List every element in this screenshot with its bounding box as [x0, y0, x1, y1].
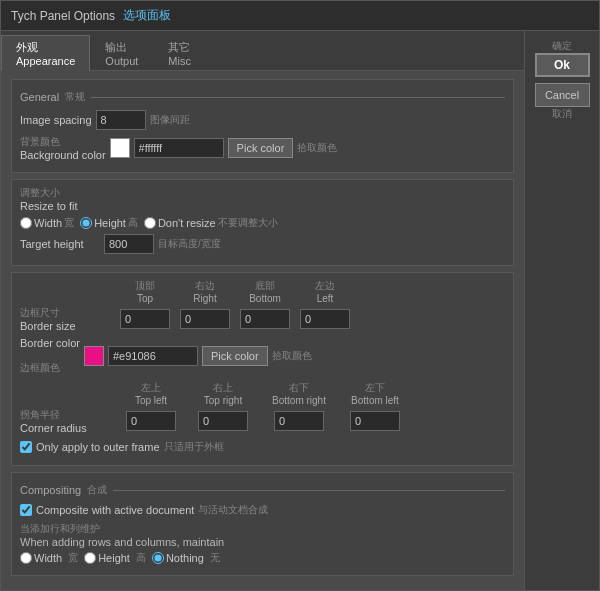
height-radio[interactable] [80, 217, 92, 229]
compositing-header: Compositing 合成 [20, 483, 505, 497]
composite-row: Composite with active document 与活动文档合成 [20, 503, 505, 517]
ok-cn: 确定 [535, 39, 590, 53]
comp-height-cn: 高 [136, 551, 146, 565]
border-section: 顶部 Top 右边 Right 底部 Bottom [11, 272, 514, 466]
corner-top-left-input[interactable] [126, 411, 176, 431]
border-size-cn: 边框尺寸 [20, 306, 115, 320]
tab-output[interactable]: 输出 Output [90, 35, 153, 71]
title-bar: Tych Panel Options 选项面板 [1, 1, 599, 31]
corner-bottom-right-input[interactable] [274, 411, 324, 431]
content-area: General 常规 Image spacing 图像间距 [1, 71, 524, 590]
tab-appearance-en: Appearance [16, 55, 75, 67]
target-height-label: Target height [20, 238, 100, 250]
resize-section: 调整大小 Resize to fit Width 宽 Height [11, 179, 514, 266]
target-height-row: Target height 目标高度/宽度 [20, 234, 505, 254]
resize-section-cn: 调整大小 [20, 187, 60, 198]
general-section: General 常规 Image spacing 图像间距 [11, 79, 514, 173]
width-cn: 宽 [64, 216, 74, 230]
right-cn: 右边 [175, 279, 235, 293]
composite-label: Composite with active document [36, 504, 194, 516]
tab-misc-cn: 其它 [168, 41, 190, 53]
comp-height-radio-label[interactable]: Height [84, 552, 130, 564]
border-size-label: Border size [20, 320, 115, 332]
background-color-hex[interactable] [134, 138, 224, 158]
height-label: Height [94, 217, 126, 229]
tab-output-cn: 输出 [105, 41, 127, 53]
outer-frame-label: Only apply to outer frame [36, 441, 160, 453]
composite-cn: 与活动文档合成 [198, 503, 268, 517]
border-pick-color-button[interactable]: Pick color [202, 346, 268, 366]
general-label-cn: 常规 [65, 90, 85, 104]
outer-frame-checkbox[interactable] [20, 441, 32, 453]
composite-checkbox[interactable] [20, 504, 32, 516]
border-right-input[interactable] [180, 309, 230, 329]
tabs: 外观 Appearance 输出 Output 其它 Misc [1, 31, 524, 71]
border-pick-color-cn: 拾取颜色 [272, 349, 312, 363]
maintain-cn: 当添加行和列维护 [20, 522, 505, 536]
image-spacing-input[interactable] [96, 110, 146, 130]
corner-top-right-input[interactable] [198, 411, 248, 431]
border-color-swatch[interactable] [84, 346, 104, 366]
bottom-right-label: Bottom right [259, 395, 339, 406]
width-radio[interactable] [20, 217, 32, 229]
corner-label: Corner radius [20, 422, 115, 434]
border-color-hex[interactable] [108, 346, 198, 366]
comp-height-radio[interactable] [84, 552, 96, 564]
dont-resize-radio[interactable] [144, 217, 156, 229]
comp-width-radio[interactable] [20, 552, 32, 564]
comp-width-radio-label[interactable]: Width [20, 552, 62, 564]
outer-frame-cn: 只适用于外框 [164, 440, 224, 454]
compositing-cn: 合成 [87, 483, 107, 497]
background-color-swatch[interactable] [110, 138, 130, 158]
resize-radio-row: Width 宽 Height 高 Don't resize 不要调整大小 [20, 216, 505, 230]
corner-radius-inputs: 拐角半径 Corner radius [20, 408, 505, 434]
image-spacing-row: Image spacing 图像间距 [20, 110, 505, 130]
tab-misc[interactable]: 其它 Misc [153, 35, 206, 71]
right-label: Right [175, 293, 235, 304]
tab-appearance-cn: 外观 [16, 41, 38, 53]
border-size-inputs: 边框尺寸 Border size [20, 306, 505, 332]
border-top-input[interactable] [120, 309, 170, 329]
bottom-left-cn: 左下 [339, 381, 411, 395]
main-content: 外观 Appearance 输出 Output 其它 Misc General [1, 31, 599, 590]
bottom-cn: 底部 [235, 279, 295, 293]
left-cn: 左边 [295, 279, 355, 293]
border-bottom-input[interactable] [240, 309, 290, 329]
dont-resize-label: Don't resize [158, 217, 216, 229]
left-panel: 外观 Appearance 输出 Output 其它 Misc General [1, 31, 524, 590]
comp-nothing-label: Nothing [166, 552, 204, 564]
cancel-button[interactable]: Cancel [535, 83, 590, 107]
height-radio-label[interactable]: Height 高 [80, 216, 138, 230]
window-title: Tych Panel Options [11, 9, 115, 23]
cancel-cn: 取消 [535, 107, 590, 121]
dont-resize-radio-label[interactable]: Don't resize 不要调整大小 [144, 216, 278, 230]
tab-appearance[interactable]: 外观 Appearance [1, 35, 90, 71]
top-right-label: Top right [187, 395, 259, 406]
pick-color-button[interactable]: Pick color [228, 138, 294, 158]
comp-nothing-radio[interactable] [152, 552, 164, 564]
height-cn: 高 [128, 216, 138, 230]
left-label: Left [295, 293, 355, 304]
top-right-cn: 右上 [187, 381, 259, 395]
tab-misc-en: Misc [168, 55, 191, 67]
general-label: General [20, 91, 59, 103]
corner-bottom-left-input[interactable] [350, 411, 400, 431]
comp-width-label: Width [34, 552, 62, 564]
bottom-right-cn: 右下 [259, 381, 339, 395]
comp-nothing-radio-label[interactable]: Nothing [152, 552, 204, 564]
top-cn: 顶部 [115, 279, 175, 293]
target-height-cn: 目标高度/宽度 [158, 237, 221, 251]
comp-width-cn: 宽 [68, 551, 78, 565]
corner-cn: 拐角半径 [20, 408, 115, 422]
border-left-input[interactable] [300, 309, 350, 329]
ok-button[interactable]: Ok [535, 53, 590, 77]
top-left-label: Top left [115, 395, 187, 406]
top-label: Top [115, 293, 175, 304]
bg-color-label: Background color [20, 149, 106, 161]
target-height-input[interactable] [104, 234, 154, 254]
dont-resize-cn: 不要调整大小 [218, 216, 278, 230]
top-left-cn: 左上 [115, 381, 187, 395]
window-title-cn: 选项面板 [123, 7, 171, 24]
width-radio-label[interactable]: Width 宽 [20, 216, 74, 230]
border-color-cn: 边框颜色 [20, 361, 60, 375]
